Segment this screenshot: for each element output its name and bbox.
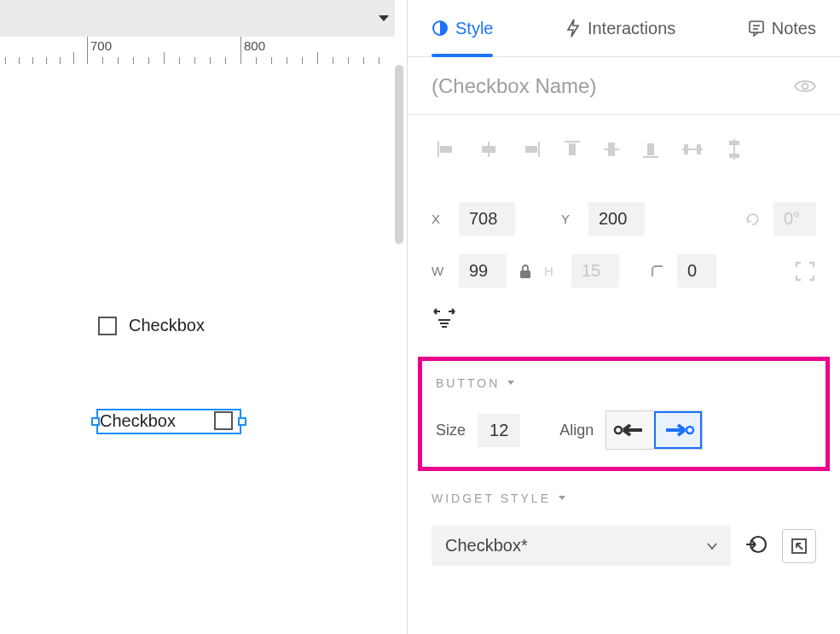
align-right-icon[interactable] xyxy=(522,142,541,157)
y-input[interactable]: 200 xyxy=(588,202,645,236)
tab-notes-label: Notes xyxy=(772,19,816,38)
x-input[interactable]: 708 xyxy=(459,202,515,236)
height-input[interactable]: 15 xyxy=(571,254,619,288)
notes-icon xyxy=(748,20,765,37)
button-section-title: BUTTON xyxy=(436,376,500,390)
button-align-segmented xyxy=(605,410,703,450)
toolbar-dropdown-caret[interactable] xyxy=(378,12,390,26)
checkbox-widget-selected[interactable]: Checkbox xyxy=(96,409,241,434)
checkbox-widget-label: Checkbox xyxy=(100,411,176,431)
widget-style-section: WIDGET STYLE Checkbox* xyxy=(408,483,840,566)
align-center-v-icon[interactable] xyxy=(604,140,619,159)
widget-style-selected: Checkbox* xyxy=(445,536,528,555)
inspector-panel: Style Interactions Notes (Checkbox Name)… xyxy=(407,0,840,634)
widget-style-title: WIDGET STYLE xyxy=(432,491,551,505)
horizontal-ruler: 700 800 xyxy=(0,37,395,64)
align-top-icon[interactable] xyxy=(565,140,580,159)
align-bottom-icon[interactable] xyxy=(643,140,658,159)
tab-interactions[interactable]: Interactions xyxy=(565,0,675,56)
inspector-tabs: Style Interactions Notes xyxy=(408,0,840,57)
svg-rect-12 xyxy=(569,143,576,155)
svg-rect-1 xyxy=(750,21,763,32)
svg-rect-22 xyxy=(729,154,739,158)
apply-style-icon[interactable] xyxy=(744,532,768,559)
svg-point-4 xyxy=(802,83,808,89)
svg-rect-21 xyxy=(729,141,739,145)
autosize-width-icon[interactable] xyxy=(432,305,457,329)
canvas-area[interactable]: 700 800 Checkbox Checkbox xyxy=(0,0,407,634)
widget-name-row: (Checkbox Name) xyxy=(408,57,840,115)
widget-style-select[interactable]: Checkbox* xyxy=(432,526,731,566)
svg-rect-23 xyxy=(520,270,530,278)
align-button-left[interactable] xyxy=(606,411,654,449)
svg-rect-10 xyxy=(525,146,537,153)
button-section-header[interactable]: BUTTON xyxy=(436,376,812,390)
checkbox-widget-left-align[interactable]: Checkbox xyxy=(98,316,205,335)
tab-style-label: Style xyxy=(455,19,493,38)
svg-rect-14 xyxy=(608,143,615,156)
canvas-toolbar xyxy=(0,0,395,37)
rotation-icon[interactable] xyxy=(744,211,762,228)
svg-rect-19 xyxy=(697,144,701,154)
corner-radius-icon xyxy=(650,264,665,279)
ruler-mark-700: 700 xyxy=(90,38,112,53)
x-label: X xyxy=(432,212,447,226)
svg-point-27 xyxy=(615,427,622,433)
checkbox-box-icon xyxy=(98,317,117,335)
expand-corners-icon[interactable] xyxy=(794,260,816,282)
style-icon xyxy=(432,20,449,37)
widget-style-header[interactable]: WIDGET STYLE xyxy=(432,491,816,505)
interactions-icon xyxy=(565,19,581,38)
w-label: W xyxy=(432,264,447,278)
align-button-right[interactable] xyxy=(654,411,702,449)
align-label: Align xyxy=(559,422,594,439)
lock-aspect-icon[interactable] xyxy=(518,264,532,279)
h-label: H xyxy=(544,264,559,278)
tab-interactions-label: Interactions xyxy=(588,19,675,38)
section-collapse-icon xyxy=(558,495,566,502)
autosize-row xyxy=(408,300,840,350)
chevron-down-icon xyxy=(707,542,717,550)
width-input[interactable]: 99 xyxy=(459,254,507,288)
svg-rect-8 xyxy=(482,146,495,153)
widget-name-input[interactable]: (Checkbox Name) xyxy=(432,74,596,98)
svg-rect-18 xyxy=(684,144,688,154)
radius-input[interactable]: 0 xyxy=(677,254,716,288)
button-section-highlight: BUTTON Size 12 Align xyxy=(418,357,830,471)
ruler-mark-800: 800 xyxy=(244,38,265,53)
svg-rect-16 xyxy=(647,143,654,155)
resize-handle-right[interactable] xyxy=(238,417,246,426)
size-label: Size xyxy=(436,422,466,439)
svg-point-30 xyxy=(686,427,693,433)
checkbox-widget-label: Checkbox xyxy=(129,316,205,335)
resize-handle-left[interactable] xyxy=(91,417,100,426)
style-manager-button[interactable] xyxy=(782,529,816,563)
section-collapse-icon xyxy=(507,380,515,387)
distribute-h-icon[interactable] xyxy=(682,142,703,157)
y-label: Y xyxy=(561,212,576,226)
align-center-h-icon[interactable] xyxy=(479,142,498,157)
align-left-icon[interactable] xyxy=(437,142,455,157)
tab-notes[interactable]: Notes xyxy=(748,0,816,56)
alignment-section xyxy=(408,115,840,183)
visibility-icon[interactable] xyxy=(794,79,816,94)
rotation-input[interactable]: 0° xyxy=(773,202,816,236)
dimensions-section: X 708 Y 200 0° W 99 H 15 0 xyxy=(408,183,840,300)
checkbox-box-icon xyxy=(214,411,233,430)
svg-rect-6 xyxy=(440,146,452,153)
distribute-v-icon[interactable] xyxy=(727,139,742,160)
canvas-vertical-scrollbar[interactable] xyxy=(395,65,403,244)
tab-style[interactable]: Style xyxy=(432,0,493,56)
button-size-input[interactable]: 12 xyxy=(478,414,520,447)
